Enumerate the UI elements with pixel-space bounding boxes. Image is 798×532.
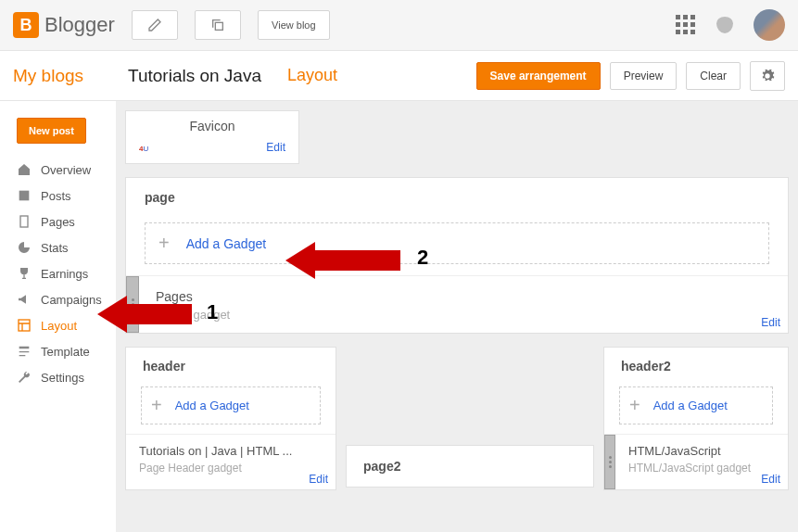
layout-editor: Favicon 4U Edit page + Add a Gadget Page… <box>116 101 798 532</box>
pencil-icon <box>147 18 162 32</box>
svg-rect-0 <box>215 22 222 30</box>
copy-icon <box>210 18 225 32</box>
save-arrangement-button[interactable]: Save arrangement <box>476 62 601 90</box>
svg-rect-3 <box>19 320 30 331</box>
header-gadget-edit-link[interactable]: Edit <box>309 473 328 486</box>
sidebar-item-pages[interactable]: Pages <box>0 209 116 234</box>
gadget-name: Tutorials on | Java | HTML ... <box>139 444 323 458</box>
plus-icon: + <box>158 233 170 254</box>
header2-section: header2 + Add a Gadget HTML/JavaScript H… <box>603 347 789 490</box>
sidebar-item-overview[interactable]: Overview <box>0 157 116 183</box>
section-breadcrumb: Layout <box>287 66 337 85</box>
add-gadget-header[interactable]: + Add a Gadget <box>141 386 321 424</box>
left-sidebar: New post Overview Posts Pages Stats Earn… <box>0 101 116 532</box>
htmljs-gadget[interactable]: HTML/JavaScript HTML/JavaScript gadget E… <box>604 434 788 489</box>
layout-icon <box>17 318 32 333</box>
gear-icon <box>760 69 775 83</box>
favicon-edit-link[interactable]: Edit <box>266 141 285 154</box>
drag-handle-icon[interactable] <box>126 276 139 333</box>
sidebar-item-earnings[interactable]: Earnings <box>0 260 116 286</box>
notifications-icon[interactable] <box>716 17 733 33</box>
plus-icon: + <box>151 395 162 416</box>
sub-header: My blogs Tutorials on Java Layout Save a… <box>0 51 798 101</box>
megaphone-icon <box>17 292 32 307</box>
section-title-header2: header2 <box>604 348 788 377</box>
pages-icon <box>17 214 32 229</box>
home-icon <box>17 162 32 177</box>
favicon-preview-icon: 4U <box>139 143 148 153</box>
svg-rect-1 <box>19 191 30 201</box>
gadget-desc: Pages gadget <box>156 308 771 322</box>
gadget-desc: HTML/JavaScript gadget <box>628 462 775 475</box>
add-gadget-header2[interactable]: + Add a Gadget <box>619 386 773 424</box>
new-post-button[interactable]: New post <box>17 118 86 144</box>
htmljs-gadget-edit-link[interactable]: Edit <box>761 473 780 486</box>
add-gadget-label: Add a Gadget <box>653 399 728 412</box>
gadget-name: HTML/JavaScript <box>628 444 775 458</box>
page-header-gadget[interactable]: Tutorials on | Java | HTML ... Page Head… <box>126 434 336 489</box>
posts-list-button[interactable] <box>195 10 241 40</box>
sidebar-item-layout[interactable]: Layout <box>0 312 116 338</box>
stats-icon <box>17 240 32 255</box>
blogger-logo[interactable]: B Blogger <box>13 12 115 38</box>
svg-rect-2 <box>20 216 28 227</box>
plus-icon: + <box>629 395 640 416</box>
sidebar-item-label: Stats <box>41 241 69 255</box>
page-section: page + Add a Gadget Pages Pages gadget E… <box>125 177 789 334</box>
sidebar-item-posts[interactable]: Posts <box>0 183 116 209</box>
clear-button[interactable]: Clear <box>686 62 741 90</box>
add-gadget-page[interactable]: + Add a Gadget <box>145 222 769 264</box>
user-avatar[interactable] <box>754 9 785 41</box>
favicon-title: Favicon <box>139 119 285 133</box>
sidebar-item-label: Overview <box>41 163 91 177</box>
section-title-page2: page2 <box>347 446 593 487</box>
view-blog-button[interactable]: View blog <box>258 10 330 40</box>
header-section: header + Add a Gadget Tutorials on | Jav… <box>125 347 336 490</box>
sidebar-item-label: Settings <box>41 371 84 385</box>
wrench-icon <box>17 370 32 385</box>
my-blogs-link[interactable]: My blogs <box>13 66 83 86</box>
gadget-name: Pages <box>156 289 771 304</box>
sidebar-item-label: Earnings <box>41 267 88 281</box>
favicon-card: Favicon 4U Edit <box>125 110 299 164</box>
pages-gadget[interactable]: Pages Pages gadget Edit <box>126 275 788 333</box>
sidebar-item-template[interactable]: Template <box>0 338 116 364</box>
trophy-icon <box>17 266 32 281</box>
pages-gadget-edit-link[interactable]: Edit <box>761 316 780 329</box>
layout-settings-button[interactable] <box>750 61 785 91</box>
section-title-header: header <box>126 348 336 377</box>
sidebar-item-label: Pages <box>41 215 75 229</box>
blogger-b-icon: B <box>13 12 39 38</box>
posts-icon <box>17 188 32 203</box>
sidebar-item-label: Template <box>41 345 90 359</box>
sidebar-item-campaigns[interactable]: Campaigns <box>0 286 116 312</box>
section-title-page: page <box>145 190 175 205</box>
drag-handle-icon[interactable] <box>604 435 615 489</box>
sidebar-item-stats[interactable]: Stats <box>0 234 116 260</box>
blog-title: Tutorials on Java <box>128 66 261 86</box>
page2-section: page2 <box>346 445 594 488</box>
template-icon <box>17 344 32 359</box>
preview-button[interactable]: Preview <box>610 62 678 90</box>
blogger-wordmark: Blogger <box>44 13 115 37</box>
sidebar-item-settings[interactable]: Settings <box>0 364 116 390</box>
top-header: B Blogger View blog <box>0 0 798 51</box>
sidebar-item-label: Campaigns <box>41 293 102 307</box>
gadget-desc: Page Header gadget <box>139 462 323 475</box>
apps-grid-icon[interactable] <box>676 15 696 35</box>
compose-button[interactable] <box>132 10 178 40</box>
add-gadget-label: Add a Gadget <box>175 399 249 412</box>
sidebar-item-label: Posts <box>41 189 71 203</box>
add-gadget-label: Add a Gadget <box>186 236 266 251</box>
sidebar-item-label: Layout <box>41 319 77 333</box>
